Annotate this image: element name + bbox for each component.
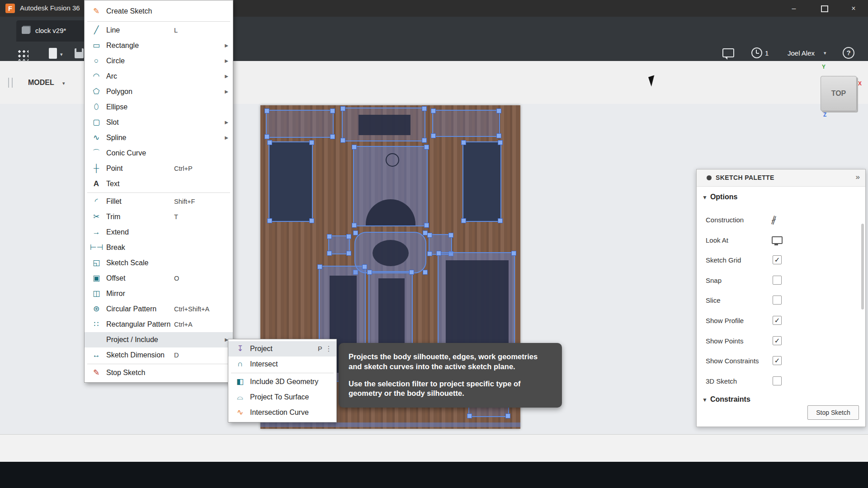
menu-item-shortcut: T [174,209,178,225]
sketch-menu-item-mirror[interactable]: ◫Mirror [85,286,233,301]
drag-grip-icon[interactable]: ⋮ [325,341,333,357]
menu-item-label: Slot [106,115,119,130]
document-tab[interactable]: clock v29* [16,20,92,42]
user-menu-caret-icon: ▾ [824,50,826,56]
sketch-menu-item-create-sketch[interactable]: ✎Create Sketch [85,2,233,20]
comment-icon[interactable] [722,48,734,57]
sketch-menu-item-line[interactable]: ╱LineL [85,23,233,38]
menu-item-label: Circle [106,53,125,69]
conic-curve-icon: ⌒ [90,145,103,161]
menu-item-label: Arc [106,69,117,84]
selection-handle [505,413,510,418]
palette-option-show-constraints[interactable]: Show Constraints✓ [697,354,865,369]
sketch-profile-arch[interactable] [353,146,428,226]
sketch-grid-checkbox[interactable]: ✓ [773,255,782,264]
maximize-button[interactable] [812,0,837,17]
selection-handle [340,138,345,143]
palette-title: SKETCH PALETTE [716,174,774,181]
sketch-profile[interactable] [342,108,425,141]
show-constraints-checkbox[interactable]: ✓ [773,356,782,365]
sketch-menu-item-stop-sketch[interactable]: ✎Stop Sketch [85,365,233,380]
sketch-menu-item-ellipse[interactable]: ⬯Ellipse [85,99,233,115]
file-menu-caret-icon[interactable]: ▾ [60,52,63,57]
show-points-checkbox[interactable]: ✓ [773,336,782,345]
submenu-item-intersect[interactable]: ∩Intersect [228,357,336,372]
palette-option-sketch-grid[interactable]: Sketch Grid✓ [697,253,865,268]
sketch-menu-item-rectangular-pattern[interactable]: ∷Rectangular PatternCtrl+A [85,317,233,332]
workspace-switcher[interactable]: MODEL [28,79,54,87]
palette-expand-icon[interactable]: » [856,173,860,182]
sketch-profile[interactable] [462,141,501,222]
selection-handle [309,140,314,145]
sketch-palette-header[interactable]: SKETCH PALETTE » [697,169,865,187]
palette-constraints-section[interactable]: ▼Constraints [702,395,750,404]
palette-option-show-profile[interactable]: Show Profile✓ [697,314,865,329]
menu-item-label: Polygon [106,84,132,99]
sketch-profile[interactable] [269,141,313,222]
submenu-arrow-icon: ▶ [225,38,228,53]
save-icon[interactable] [75,48,84,58]
look-at-icon[interactable] [772,236,783,244]
sketch-menu-item-sketch-dimension[interactable]: ↔Sketch DimensionD [85,347,233,363]
menu-item-label: Stop Sketch [106,365,145,380]
section-triangle-icon: ▼ [702,194,708,201]
palette-option-slice[interactable]: Slice [697,293,865,309]
sketch-menu-item-circle[interactable]: ○Circle▶ [85,53,233,69]
user-menu[interactable]: Joel Alex [788,49,815,57]
submenu-item-intersection-curve[interactable]: ∿Intersection Curve [228,405,336,420]
palette-scrollbar[interactable] [861,224,864,310]
sketch-menu-item-conic-curve[interactable]: ⌒Conic Curve [85,145,233,161]
palette-option-show-points[interactable]: Show Points✓ [697,334,865,349]
menu-separator [87,21,230,22]
sketch-menu-item-rectangle[interactable]: ▭Rectangle▶ [85,38,233,53]
polygon-icon: ⬠ [90,84,103,99]
viewcube[interactable]: TOP [821,76,857,111]
show-profile-checkbox[interactable]: ✓ [773,316,782,325]
slice-checkbox[interactable] [773,296,782,305]
construction-lines-icon[interactable]: ∦ [770,214,778,225]
sketch-menu-item-extend[interactable]: →Extend [85,225,233,240]
selection-handle [327,251,332,256]
palette-option-look-at[interactable]: Look At [697,233,865,249]
palette-dot-icon [707,175,712,180]
sketch-menu-item-polygon[interactable]: ⬠Polygon▶ [85,84,233,99]
selection-handle [423,270,428,275]
sketch-menu-item-arc[interactable]: ◠Arc▶ [85,69,233,84]
menu-item-shortcut: Ctrl+Shift+A [174,301,209,317]
selection-handle [427,233,432,238]
submenu-item-project-to-surface[interactable]: ⌓Project To Surface [228,389,336,405]
sketch-menu-item-slot[interactable]: ▢Slot▶ [85,115,233,130]
sketch-menu-item-spline[interactable]: ∿Spline▶ [85,130,233,145]
history-clock-icon[interactable] [751,47,762,58]
model-panel-grip[interactable] [8,78,13,88]
sketch-profile[interactable] [266,110,334,138]
stop-sketch-button[interactable]: Stop Sketch [807,405,859,420]
sketch-menu-item-circular-pattern[interactable]: ⊛Circular PatternCtrl+Shift+A [85,301,233,317]
3d-sketch-checkbox[interactable] [773,376,782,385]
close-button[interactable]: × [841,0,866,17]
sketch-menu-item-break[interactable]: ⊢⊣Break [85,240,233,255]
palette-option-3d-sketch[interactable]: 3D Sketch [697,374,865,389]
submenu-item-include-3d-geometry[interactable]: ◧Include 3D Geometry [228,374,336,389]
help-button[interactable]: ? [843,47,854,59]
sketch-menu-item-trim[interactable]: ✂TrimT [85,209,233,225]
sketch-profile[interactable] [328,235,350,254]
app-grid-icon[interactable] [17,49,28,61]
menu-item-label: Create Sketch [106,2,152,20]
sketch-menu-item-sketch-scale[interactable]: ◱Sketch Scale [85,255,233,271]
palette-options-section[interactable]: ▼Options [702,193,737,201]
sketch-menu-item-point[interactable]: ┼PointCtrl+P [85,161,233,176]
palette-option-construction[interactable]: Construction∦ [697,213,865,228]
sketch-menu-item-project-include[interactable]: Project / Include▶ [85,332,233,347]
sketch-menu-item-text[interactable]: AText [85,176,233,192]
snap-checkbox[interactable] [773,276,782,285]
sketch-profile-strip[interactable] [260,422,520,427]
mirror-icon: ◫ [90,286,103,301]
minimize-button[interactable]: – [781,0,807,17]
palette-option-snap[interactable]: Snap [697,273,865,289]
file-menu-icon[interactable] [49,48,57,59]
submenu-item-project[interactable]: ↧ProjectP⋮ [228,341,336,357]
sketch-menu-item-fillet[interactable]: ◜FilletShift+F [85,194,233,209]
sketch-profile[interactable] [432,110,500,137]
sketch-menu-item-offset[interactable]: ▣OffsetO [85,271,233,286]
